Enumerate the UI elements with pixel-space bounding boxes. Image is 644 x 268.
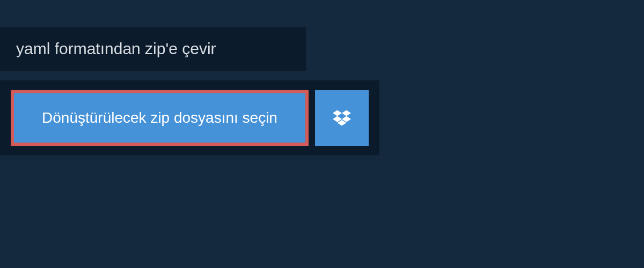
page-title: yaml formatından zip'e çevir	[16, 40, 290, 58]
select-file-button[interactable]: Dönüştürülecek zip dosyasını seçin	[11, 90, 309, 146]
dropbox-icon	[333, 110, 351, 126]
dropbox-button[interactable]	[315, 90, 369, 146]
select-file-label: Dönüştürülecek zip dosyasını seçin	[42, 109, 277, 126]
upload-panel: Dönüştürülecek zip dosyasını seçin	[0, 80, 379, 155]
header-bar: yaml formatından zip'e çevir	[0, 27, 306, 71]
